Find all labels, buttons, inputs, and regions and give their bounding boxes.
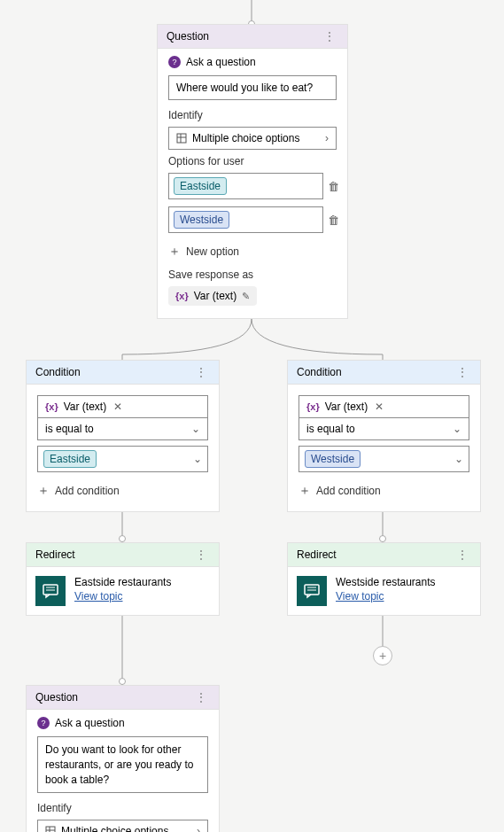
svg-rect-14 bbox=[46, 827, 55, 832]
variable-name: Var (text) bbox=[64, 400, 106, 413]
chevron-right-icon: › bbox=[325, 132, 329, 144]
topic-icon bbox=[297, 576, 327, 606]
ask-question-row: ? Ask a question bbox=[168, 56, 337, 68]
add-node-button[interactable]: + bbox=[373, 646, 392, 665]
question-icon: ? bbox=[37, 717, 50, 729]
entity-icon bbox=[45, 826, 56, 832]
condition-node-1[interactable]: Condition ⋮ {x} Var (text) ✕ is equal to… bbox=[26, 360, 220, 512]
svg-rect-5 bbox=[177, 134, 186, 143]
identify-select[interactable]: Multiple choice options › bbox=[37, 820, 208, 832]
clear-icon[interactable]: ✕ bbox=[375, 400, 384, 413]
value-chip: Eastside bbox=[43, 450, 97, 468]
port bbox=[119, 535, 126, 542]
add-condition-label: Add condition bbox=[55, 485, 120, 497]
variable-name: Var (text) bbox=[325, 400, 368, 413]
variable-icon: {x} bbox=[175, 291, 189, 301]
chevron-down-icon: ⌄ bbox=[191, 423, 200, 435]
option-chip: Eastside bbox=[174, 177, 227, 195]
identify-label: Identify bbox=[168, 109, 337, 121]
save-response-label: Save response as bbox=[168, 268, 337, 281]
redirect-title: Eastside restaurants bbox=[74, 576, 171, 588]
identify-value: Multiple choice options bbox=[192, 132, 299, 144]
add-condition-label: Add condition bbox=[316, 485, 381, 497]
node-header: Redirect ⋮ bbox=[288, 543, 480, 567]
operator-select[interactable]: is equal to ⌄ bbox=[299, 418, 469, 440]
save-response-chip[interactable]: {x} Var (text) ✎ bbox=[168, 286, 257, 306]
chevron-right-icon: › bbox=[197, 825, 200, 832]
node-title: Redirect bbox=[35, 548, 75, 561]
ask-question-row: ? Ask a question bbox=[37, 717, 208, 729]
options-label: Options for user bbox=[168, 155, 337, 167]
new-option-button[interactable]: ＋ New option bbox=[168, 240, 337, 263]
more-menu-icon[interactable]: ⋮ bbox=[322, 30, 338, 43]
edit-icon[interactable]: ✎ bbox=[242, 291, 250, 302]
redirect-title: Westside restaurants bbox=[336, 576, 436, 588]
chevron-down-icon: ⌄ bbox=[193, 453, 202, 465]
node-title: Redirect bbox=[297, 548, 337, 561]
more-menu-icon[interactable]: ⋮ bbox=[193, 691, 210, 704]
operator-select[interactable]: is equal to ⌄ bbox=[37, 418, 208, 440]
operator-value: is equal to bbox=[306, 423, 355, 435]
plus-icon: ＋ bbox=[168, 244, 181, 260]
more-menu-icon[interactable]: ⋮ bbox=[193, 366, 210, 378]
ask-question-label: Ask a question bbox=[55, 717, 125, 729]
node-title: Question bbox=[167, 30, 209, 43]
view-topic-link[interactable]: View topic bbox=[336, 590, 384, 603]
chevron-down-icon: ⌄ bbox=[453, 423, 461, 435]
redirect-node-2[interactable]: Redirect ⋮ Westside restaurants View top… bbox=[287, 542, 481, 616]
value-select[interactable]: Westside ⌄ bbox=[299, 446, 469, 472]
value-chip: Westside bbox=[305, 450, 361, 468]
delete-icon[interactable]: 🗑 bbox=[328, 180, 339, 193]
entity-icon bbox=[176, 133, 187, 144]
new-option-label: New option bbox=[186, 245, 239, 258]
delete-icon[interactable]: 🗑 bbox=[328, 214, 339, 227]
question-node-2[interactable]: Question ⋮ ? Ask a question Do you want … bbox=[26, 685, 220, 832]
view-topic-link[interactable]: View topic bbox=[74, 590, 122, 603]
operator-value: is equal to bbox=[45, 423, 94, 435]
more-menu-icon[interactable]: ⋮ bbox=[193, 548, 210, 561]
more-menu-icon[interactable]: ⋮ bbox=[454, 366, 471, 378]
node-title: Question bbox=[35, 691, 78, 704]
add-condition-button[interactable]: ＋ Add condition bbox=[299, 472, 469, 499]
condition-variable-field[interactable]: {x} Var (text) ✕ bbox=[37, 395, 208, 418]
question-text-input[interactable]: Where would you like to eat? bbox=[168, 75, 337, 100]
option-row: Eastside 🗑 bbox=[168, 173, 337, 199]
topic-icon bbox=[35, 576, 66, 606]
option-input[interactable]: Westside bbox=[168, 206, 323, 233]
node-header: Condition ⋮ bbox=[288, 361, 480, 385]
node-header: Redirect ⋮ bbox=[27, 543, 219, 567]
variable-icon: {x} bbox=[306, 401, 320, 412]
condition-node-2[interactable]: Condition ⋮ {x} Var (text) ✕ is equal to… bbox=[287, 360, 481, 512]
clear-icon[interactable]: ✕ bbox=[113, 400, 122, 413]
plus-icon: ＋ bbox=[37, 483, 50, 499]
node-title: Condition bbox=[35, 366, 81, 378]
question-icon: ? bbox=[168, 56, 181, 68]
port bbox=[379, 535, 386, 542]
identify-value: Multiple choice options bbox=[61, 825, 168, 832]
identify-label: Identify bbox=[37, 802, 208, 814]
question-text-input[interactable]: Do you want to look for other restaurant… bbox=[37, 736, 208, 793]
more-menu-icon[interactable]: ⋮ bbox=[454, 548, 471, 561]
question-node-1[interactable]: Question ⋮ ? Ask a question Where would … bbox=[157, 24, 348, 319]
node-header: Question ⋮ bbox=[27, 686, 219, 710]
redirect-node-1[interactable]: Redirect ⋮ Eastside restaurants View top… bbox=[26, 542, 220, 616]
option-row: Westside 🗑 bbox=[168, 206, 337, 233]
add-condition-button[interactable]: ＋ Add condition bbox=[37, 472, 208, 499]
variable-icon: {x} bbox=[45, 401, 58, 412]
identify-select[interactable]: Multiple choice options › bbox=[168, 127, 337, 150]
variable-name: Var (text) bbox=[194, 290, 236, 302]
condition-variable-field[interactable]: {x} Var (text) ✕ bbox=[299, 395, 469, 418]
ask-question-label: Ask a question bbox=[186, 56, 256, 68]
chevron-down-icon: ⌄ bbox=[454, 453, 463, 465]
value-select[interactable]: Eastside ⌄ bbox=[37, 446, 208, 472]
node-title: Condition bbox=[297, 366, 342, 378]
node-header: Question ⋮ bbox=[158, 25, 347, 49]
node-header: Condition ⋮ bbox=[27, 361, 219, 385]
plus-icon: ＋ bbox=[299, 483, 311, 499]
option-chip: Westside bbox=[174, 211, 229, 229]
port bbox=[119, 678, 126, 685]
option-input[interactable]: Eastside bbox=[168, 173, 323, 199]
